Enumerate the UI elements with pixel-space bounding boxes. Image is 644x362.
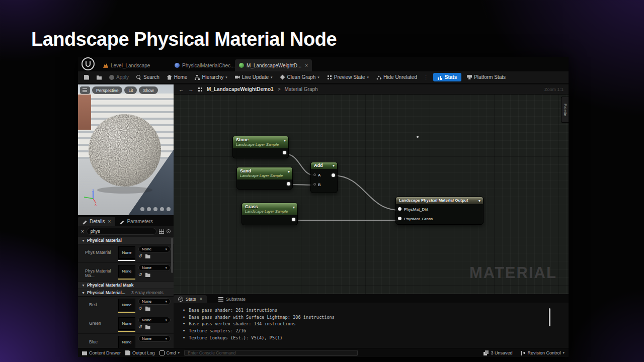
clean-graph-button[interactable]: Clean Graph▾ [278,73,321,81]
live-update-button[interactable]: Live Update▾ [233,73,275,81]
lit-button[interactable]: Lit [124,86,137,94]
revision-control-button[interactable]: Revision Control▾ [520,350,565,355]
preview-state-button[interactable]: Preview State▾ [325,73,371,81]
hierarchy-button[interactable]: Hierarchy▾ [193,73,229,81]
asset-thumbnail[interactable]: None [118,265,135,278]
asset-thumbnail[interactable]: None [118,317,135,330]
browse-to-asset-icon[interactable] [145,306,150,311]
breadcrumb-section[interactable]: Material Graph [284,86,317,92]
nav-circle-icon[interactable] [160,207,164,211]
asset-dropdown[interactable]: None▾ [138,264,171,271]
palette-tab[interactable]: Palette [561,97,569,123]
node-grass[interactable]: Grass Landscape Layer Sample ▾ [242,203,298,225]
graph-list-icon[interactable] [198,87,203,92]
output-pin[interactable] [283,151,286,154]
details-scrollbar[interactable] [171,238,173,273]
tab-details[interactable]: Details× [78,217,115,226]
node-add[interactable]: Add ▾ A B [310,162,338,193]
console-command-input[interactable] [184,350,358,356]
use-selected-icon[interactable]: ↺ [138,272,142,277]
gear-icon[interactable] [167,229,171,233]
stats-button[interactable]: Stats [433,73,461,81]
nav-circle-icon[interactable] [140,207,144,211]
hide-unrelated-button[interactable]: Hide Unrelated [374,73,419,81]
asset-thumbnail[interactable]: None [118,336,135,348]
tab-close-icon[interactable]: × [305,63,308,68]
browse-to-asset-icon[interactable] [145,324,150,329]
chevron-down-icon[interactable]: ▾ [293,205,295,210]
asset-thumbnail[interactable]: None [118,246,135,259]
nav-circle-icon[interactable] [153,207,157,211]
clear-search-icon[interactable]: × [81,229,84,234]
details-search-box[interactable] [87,228,156,235]
perspective-button[interactable]: Perspective [92,86,122,94]
node-landscape-physical-material-output[interactable]: Landscape Physical Material Output ▾ Phy… [395,197,484,225]
stats-scrollbar[interactable] [549,308,550,326]
node-stone[interactable]: Stone Landscape Layer Sample ▾ [232,136,289,158]
viewport-nav-controls[interactable] [140,207,171,211]
search-button[interactable]: Search [134,73,162,81]
details-close-icon[interactable]: × [108,219,111,224]
asset-dropdown[interactable]: None▾ [138,246,171,252]
chevron-down-icon[interactable]: ▾ [478,199,480,203]
preview-viewport[interactable]: Perspective Lit Show z x [78,84,174,215]
viewport-menu-button[interactable] [80,86,90,94]
output-pin[interactable] [287,182,290,186]
show-button[interactable]: Show [139,86,157,94]
chevron-down-icon[interactable]: ▾ [333,163,335,168]
asset-thumbnail[interactable]: None [118,299,135,311]
node-sand[interactable]: Sand Landscape Layer Sample ▾ [236,167,293,190]
forward-button[interactable]: → [188,86,194,93]
use-selected-icon[interactable]: ↺ [138,253,142,258]
home-button[interactable]: Home [165,73,190,81]
details-search-input[interactable] [91,229,152,234]
input-pin-b[interactable] [313,183,316,186]
status-bar: Content Drawer Output Log Cmd▾ 3 Unsaved… [78,348,569,357]
input-pin-physmat-grass[interactable] [398,217,401,220]
input-pin-physmat-dirt[interactable] [398,207,401,211]
apply-button[interactable]: Apply [107,73,131,81]
browse-to-asset-icon[interactable] [145,272,150,277]
use-selected-icon[interactable]: ↺ [138,324,142,329]
nav-circle-icon[interactable] [167,207,171,211]
section-physical-material[interactable]: ▼ Physical Material [78,237,174,244]
asset-dropdown[interactable]: None▾ [138,335,171,342]
save-button[interactable] [82,74,91,81]
tab-physical-material-check[interactable]: PhysicalMaterialChec... • [171,59,243,71]
output-pin[interactable] [332,173,335,177]
toolbar-overflow[interactable]: ⋮ [423,74,430,80]
back-button[interactable]: ← [179,86,184,93]
nav-circle-icon[interactable] [147,207,151,211]
stats-line: •Base pass shader with Surface Lightmap:… [183,314,569,321]
chevron-down-icon[interactable]: ▾ [284,138,286,143]
tab-landscape-weight-demo[interactable]: M_LandscapeWeightD... × [235,59,312,71]
tab-parameters[interactable]: Parameters [115,217,157,226]
output-pin[interactable] [292,218,295,221]
platform-stats-button[interactable]: Platform Stats [465,73,508,81]
chevron-down-icon[interactable]: ▾ [288,169,290,174]
viewport-toolbar: Perspective Lit Show [80,86,158,94]
zoom-level: Zoom 1:1 [544,87,564,92]
content-drawer-button[interactable]: Content Drawer [82,350,121,355]
breadcrumb-asset[interactable]: M_LandscapeWeightDemo1 [207,86,274,92]
unsaved-indicator[interactable]: 3 Unsaved [484,350,512,355]
stats-close-icon[interactable]: × [200,296,203,302]
output-log-button[interactable]: Output Log [125,350,155,355]
array-property-header[interactable]: ▼ Physical Material... 3 Array elements [78,289,174,297]
tab-stats[interactable]: Stats× [174,295,207,303]
use-selected-icon[interactable]: ↺ [138,306,142,311]
unreal-logo-icon[interactable] [82,57,95,70]
browse-button[interactable] [95,74,104,81]
tab-level-landscape[interactable]: Level_Landscape [99,59,156,71]
display-options-icon[interactable] [159,229,164,234]
asset-dropdown[interactable]: None▾ [138,317,171,323]
cmd-selector[interactable]: Cmd▾ [159,350,180,355]
material-graph-canvas[interactable]: Stone Landscape Layer Sample ▾ Sand Land… [174,95,569,294]
browse-to-asset-icon[interactable] [145,253,150,258]
pencil-icon [83,220,87,224]
axis-gizmo: z x [82,189,99,206]
asset-dropdown[interactable]: None▾ [138,298,171,305]
tab-substrate[interactable]: Substrate [214,295,250,303]
section-physical-material-mask[interactable]: ▼ Physical Material Mask [78,282,174,289]
input-pin-a[interactable] [313,173,316,176]
